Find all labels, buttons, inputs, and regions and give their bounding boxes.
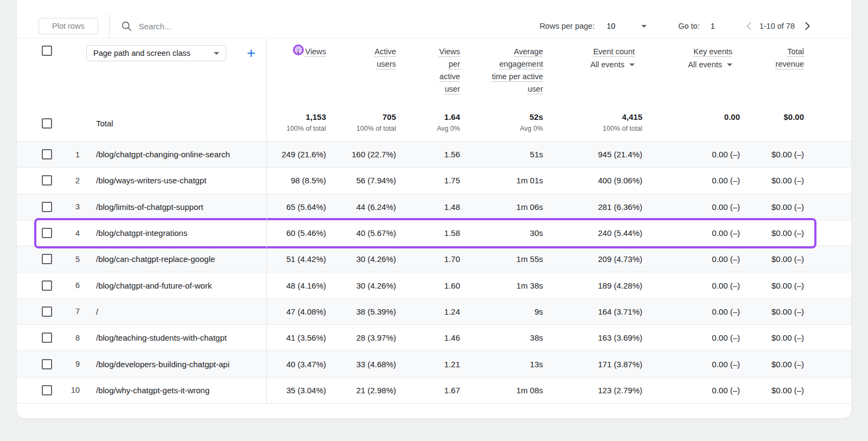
cell-views-per-user: 1.75: [396, 176, 460, 185]
cell-views-per-user: 1.67: [396, 386, 460, 395]
column-header-key-events[interactable]: Key events All events: [642, 39, 740, 106]
cell-event-count: 171 (3.87%): [543, 360, 642, 369]
cell-key-events: 0.00 (–): [642, 202, 740, 212]
cell-views-per-user: 1.56: [396, 150, 460, 159]
row-checkbox[interactable]: [42, 385, 52, 395]
row-index: 3: [60, 202, 84, 211]
row-index: 1: [60, 150, 84, 159]
cell-revenue: $0.00 (–): [740, 386, 804, 395]
row-checkbox[interactable]: [42, 333, 52, 343]
dimension-label: Page path and screen class: [93, 49, 190, 57]
sort-highlight-annotation: ↓: [293, 44, 304, 55]
engagement-header-label: Average engagement time per active user: [489, 46, 543, 95]
table-row: 9 /blog/developers-building-chatgpt-api …: [17, 351, 851, 377]
column-header-avg-engagement-time[interactable]: Average engagement time per active user: [460, 39, 543, 106]
chevron-down-icon: [629, 63, 635, 66]
row-checkbox[interactable]: [42, 228, 52, 238]
cell-views: 51 (4.42%): [266, 254, 326, 264]
cell-revenue: $0.00 (–): [740, 228, 804, 238]
table-row: 8 /blog/teaching-students-with-chatgpt 4…: [17, 325, 851, 351]
cell-event-count: 281 (6.36%): [543, 202, 642, 212]
cell-engagement: 30s: [460, 228, 543, 238]
cell-views: 47 (4.08%): [266, 307, 326, 316]
cell-views: 249 (21.6%): [266, 150, 326, 159]
views-header-label: Views: [305, 46, 326, 58]
row-index: 6: [60, 281, 84, 290]
table-row: 6 /blog/chatgpt-and-future-of-work 48 (4…: [17, 272, 851, 298]
row-index: 5: [60, 255, 84, 264]
table-row: 2 /blog/ways-writers-use-chatgpt 98 (8.5…: [17, 168, 851, 194]
row-page-path: /blog/chatgpt-and-future-of-work: [84, 281, 266, 290]
cell-views: 48 (4.16%): [266, 281, 326, 290]
row-checkbox[interactable]: [42, 280, 52, 291]
cell-engagement: 9s: [460, 307, 543, 316]
table-body: 1 /blog/chatgpt-changing-online-search 2…: [17, 142, 851, 404]
cell-revenue: $0.00 (–): [740, 281, 804, 290]
row-page-path: /blog/teaching-students-with-chatgpt: [84, 333, 266, 342]
totals-checkbox[interactable]: [42, 118, 52, 129]
row-checkbox[interactable]: [42, 254, 52, 264]
cell-key-events: 0.00 (–): [642, 254, 740, 264]
event-count-header-label: Event count: [593, 46, 635, 58]
row-page-path: /blog/can-chatgpt-replace-google: [84, 254, 266, 264]
sort-descending-icon: ↓: [296, 46, 301, 54]
cell-key-events: 0.00 (–): [642, 228, 740, 238]
search-input[interactable]: [139, 22, 302, 31]
rows-per-page-value: 10: [607, 22, 615, 30]
row-index: 7: [60, 307, 84, 316]
cell-key-events: 0.00 (–): [642, 386, 740, 395]
cell-revenue: $0.00 (–): [740, 254, 804, 264]
cell-views: 98 (8.5%): [266, 176, 326, 185]
row-checkbox[interactable]: [42, 306, 52, 317]
cell-engagement: 1m 08s: [460, 386, 543, 395]
previous-page-button[interactable]: [743, 20, 755, 32]
row-checkbox[interactable]: [42, 359, 52, 369]
go-to-page-input[interactable]: [711, 22, 727, 30]
row-page-path: /blog/developers-building-chatgpt-api: [84, 360, 266, 369]
column-header-views-per-active-user[interactable]: Views per active user: [396, 39, 460, 106]
cell-views-per-user: 1.60: [396, 281, 460, 290]
row-index: 8: [60, 334, 84, 342]
cell-key-events: 0.00 (–): [642, 360, 740, 369]
column-header-total-revenue[interactable]: Total revenue: [740, 39, 804, 106]
active-users-header-label: Active users: [369, 46, 396, 71]
key-events-filter-label: All events: [688, 60, 722, 69]
cell-views-per-user: 1.24: [396, 307, 460, 316]
column-header-views[interactable]: ↓ Views: [266, 39, 326, 106]
cell-active-users: 38 (5.39%): [326, 307, 396, 316]
cell-revenue: $0.00 (–): [740, 202, 804, 212]
cell-active-users: 28 (3.97%): [326, 333, 396, 342]
next-page-button[interactable]: [801, 20, 813, 32]
table-row: 5 /blog/can-chatgpt-replace-google 51 (4…: [17, 246, 851, 272]
plot-rows-button[interactable]: Plot rows: [39, 18, 98, 34]
column-header-event-count[interactable]: Event count All events: [543, 39, 642, 106]
row-index: 2: [60, 176, 84, 185]
cell-active-users: 30 (4.26%): [326, 281, 396, 290]
row-page-path: /blog/ways-writers-use-chatgpt: [84, 176, 266, 185]
row-index: 4: [60, 229, 84, 238]
add-dimension-button[interactable]: +: [247, 46, 256, 61]
cell-event-count: 209 (4.73%): [543, 254, 642, 264]
row-checkbox[interactable]: [42, 175, 52, 186]
totals-label: Total: [84, 119, 266, 128]
column-header-active-users[interactable]: Active users: [326, 39, 396, 106]
key-events-filter-dropdown[interactable]: All events: [642, 60, 732, 69]
row-checkbox[interactable]: [42, 202, 52, 212]
cell-engagement: 13s: [460, 360, 543, 369]
cell-active-users: 160 (22.7%): [326, 150, 396, 159]
rows-per-page-select[interactable]: 10: [607, 22, 647, 30]
cell-active-users: 33 (4.68%): [326, 360, 396, 369]
cell-key-events: 0.00 (–): [642, 333, 740, 342]
cell-views-per-user: 1.58: [396, 228, 460, 238]
totals-views-per-user: 1.64Avg 0%: [396, 106, 460, 132]
cell-engagement: 38s: [460, 333, 543, 342]
cell-views: 41 (3.56%): [266, 333, 326, 342]
cell-views: 60 (5.46%): [266, 228, 326, 238]
select-all-checkbox[interactable]: [42, 46, 52, 56]
row-page-path: /: [84, 307, 266, 316]
chevron-down-icon: [727, 63, 732, 66]
dimension-selector[interactable]: Page path and screen class: [86, 45, 226, 61]
event-count-filter-dropdown[interactable]: All events: [543, 60, 635, 69]
row-checkbox[interactable]: [42, 149, 52, 159]
cell-active-users: 56 (7.94%): [326, 176, 396, 185]
